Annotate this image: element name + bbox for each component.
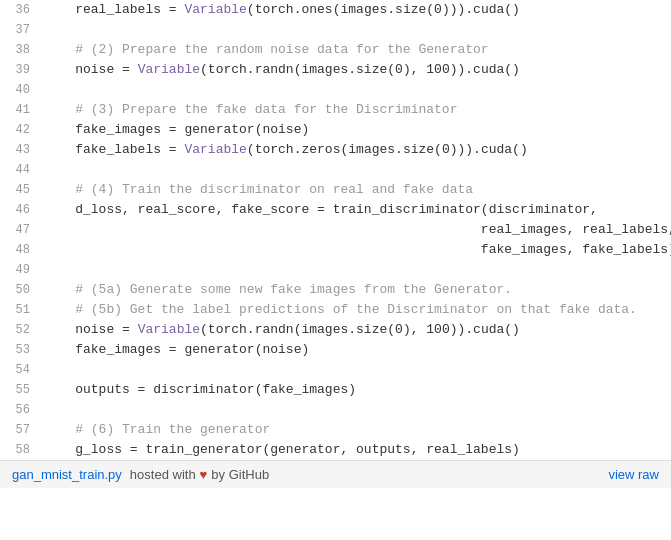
line-row: 58 g_loss = train_generator(generator, o… [0,440,671,460]
line-code: # (6) Train the generator [40,420,270,440]
line-number: 45 [0,180,40,200]
code-block: 36 real_labels = Variable(torch.ones(ima… [0,0,671,460]
by-text: by GitHub [211,467,269,482]
line-row: 43 fake_labels = Variable(torch.zeros(im… [0,140,671,160]
line-code: real_labels = Variable(torch.ones(images… [40,0,520,20]
line-number: 48 [0,240,40,260]
line-code [40,80,52,100]
line-code: # (5b) Get the label predictions of the … [40,300,637,320]
line-row: 47 real_images, real_labels, [0,220,671,240]
heart-icon: ♥ [200,467,208,482]
line-number: 43 [0,140,40,160]
line-code: # (2) Prepare the random noise data for … [40,40,489,60]
line-code: fake_images, fake_labels) [40,240,671,260]
line-code [40,400,52,420]
line-code: noise = Variable(torch.randn(images.size… [40,60,520,80]
line-row: 56 [0,400,671,420]
line-code: # (4) Train the discriminator on real an… [40,180,473,200]
line-row: 54 [0,360,671,380]
line-code: outputs = discriminator(fake_images) [40,380,356,400]
line-number: 46 [0,200,40,220]
line-row: 45 # (4) Train the discriminator on real… [0,180,671,200]
line-row: 36 real_labels = Variable(torch.ones(ima… [0,0,671,20]
line-number: 37 [0,20,40,40]
footer: gan_mnist_train.py hosted with ♥ by GitH… [0,460,671,488]
line-number: 51 [0,300,40,320]
line-number: 36 [0,0,40,20]
line-number: 44 [0,160,40,180]
line-number: 54 [0,360,40,380]
view-raw-link[interactable]: view raw [608,467,659,482]
line-number: 53 [0,340,40,360]
line-code: real_images, real_labels, [40,220,671,240]
line-code [40,20,52,40]
line-row: 37 [0,20,671,40]
line-number: 55 [0,380,40,400]
line-number: 57 [0,420,40,440]
line-row: 52 noise = Variable(torch.randn(images.s… [0,320,671,340]
line-number: 39 [0,60,40,80]
line-number: 58 [0,440,40,460]
line-code: # (5a) Generate some new fake images fro… [40,280,512,300]
line-row: 48 fake_images, fake_labels) [0,240,671,260]
line-number: 38 [0,40,40,60]
line-code: fake_images = generator(noise) [40,120,309,140]
line-row: 40 [0,80,671,100]
line-code: fake_images = generator(noise) [40,340,309,360]
line-code: # (3) Prepare the fake data for the Disc… [40,100,457,120]
line-number: 49 [0,260,40,280]
line-code: noise = Variable(torch.randn(images.size… [40,320,520,340]
line-row: 51 # (5b) Get the label predictions of t… [0,300,671,320]
line-number: 47 [0,220,40,240]
line-number: 52 [0,320,40,340]
line-row: 53 fake_images = generator(noise) [0,340,671,360]
line-row: 44 [0,160,671,180]
hosted-text: hosted with [130,467,196,482]
line-code [40,160,52,180]
line-number: 42 [0,120,40,140]
line-row: 46 d_loss, real_score, fake_score = trai… [0,200,671,220]
line-row: 50 # (5a) Generate some new fake images … [0,280,671,300]
line-row: 41 # (3) Prepare the fake data for the D… [0,100,671,120]
line-row: 57 # (6) Train the generator [0,420,671,440]
footer-left: gan_mnist_train.py hosted with ♥ by GitH… [12,467,269,482]
line-code [40,260,52,280]
line-code [40,360,52,380]
line-row: 49 [0,260,671,280]
line-number: 50 [0,280,40,300]
line-number: 41 [0,100,40,120]
footer-right[interactable]: view raw [608,467,659,482]
line-row: 38 # (2) Prepare the random noise data f… [0,40,671,60]
line-number: 56 [0,400,40,420]
line-code: g_loss = train_generator(generator, outp… [40,440,520,460]
line-row: 39 noise = Variable(torch.randn(images.s… [0,60,671,80]
line-code: d_loss, real_score, fake_score = train_d… [40,200,598,220]
line-code: fake_labels = Variable(torch.zeros(image… [40,140,528,160]
line-number: 40 [0,80,40,100]
line-row: 42 fake_images = generator(noise) [0,120,671,140]
filename[interactable]: gan_mnist_train.py [12,467,122,482]
line-row: 55 outputs = discriminator(fake_images) [0,380,671,400]
